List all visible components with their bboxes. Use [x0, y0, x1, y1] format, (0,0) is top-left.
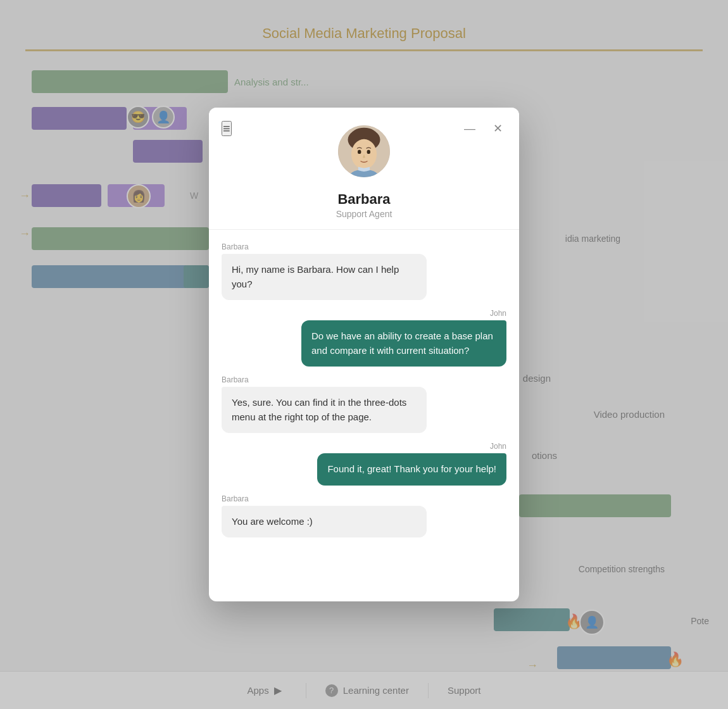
sender-4: John: [490, 442, 506, 451]
svg-point-4: [358, 150, 361, 154]
sender-3: Barbara: [222, 375, 506, 384]
minimize-button[interactable]: —: [460, 121, 479, 137]
agent-title: Support Agent: [222, 209, 506, 219]
agent-info: Barbara Support Agent: [209, 180, 519, 230]
bubble-1: Hi, my name is Barbara. How can I help y…: [222, 254, 427, 300]
sender-1: Barbara: [222, 242, 506, 251]
message-1: Barbara Hi, my name is Barbara. How can …: [222, 242, 506, 300]
message-3: Barbara Yes, sure. You can find it in th…: [222, 375, 506, 433]
message-5: Barbara You are welcome :): [222, 494, 506, 538]
agent-name: Barbara: [222, 191, 506, 208]
bubble-2: Do we have an ability to create a base p…: [301, 320, 506, 367]
bubble-3: Yes, sure. You can find it in the three-…: [222, 387, 427, 433]
bubble-4: Found it, great! Thank you for your help…: [317, 453, 506, 486]
close-button[interactable]: ✕: [489, 120, 506, 137]
header-controls: — ✕: [460, 120, 506, 137]
bubble-5: You are welcome :): [222, 506, 427, 538]
menu-button[interactable]: ≡: [222, 121, 232, 136]
chat-overlay: ≡ — ✕ Barbara Support Agent Barbara Hi, …: [0, 0, 728, 709]
message-2: John Do we have an ability to create a b…: [222, 309, 506, 367]
sender-5: Barbara: [222, 494, 506, 503]
message-4: John Found it, great! Thank you for your…: [222, 442, 506, 486]
sender-2: John: [490, 309, 506, 318]
chat-messages: Barbara Hi, my name is Barbara. How can …: [209, 230, 519, 601]
svg-point-5: [367, 150, 370, 154]
chat-modal: ≡ — ✕ Barbara Support Agent Barbara Hi, …: [209, 108, 519, 601]
